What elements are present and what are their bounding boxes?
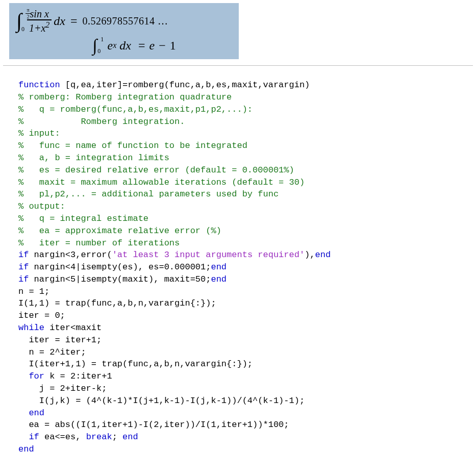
fraction-denominator: 1+x2 [27, 20, 52, 34]
result-value: 0.526978557614 … [83, 16, 168, 26]
code-text: n = 1; [18, 287, 49, 296]
math-box: ∫ π 2 0 sin x 1+x2 dx = 0.526978557614 … [9, 3, 239, 59]
code-text: ; [112, 432, 122, 442]
comment: % ea = approximate relative error (%) [18, 226, 221, 236]
comment: % a, b = integration limits [18, 153, 169, 163]
integral-symbol: ∫ [92, 38, 97, 52]
keyword-end: end [315, 250, 331, 260]
e-rhs: e [149, 39, 155, 52]
comment: % es = desired relative error (default =… [18, 165, 294, 175]
integral-equation-1: ∫ π 2 0 sin x 1+x2 dx = 0.526978557614 … [16, 8, 232, 33]
code-text: ea = abs((I(1,iter+1)-I(2,iter))/I(1,ite… [18, 420, 289, 430]
pi: π [27, 8, 29, 13]
keyword-for: for [18, 371, 49, 381]
x-exponent: x [113, 41, 116, 49]
comment: % Romberg integration. [18, 117, 185, 127]
keyword-if: if [18, 262, 34, 272]
keyword-end: end [122, 432, 138, 442]
one: 1 [170, 39, 176, 52]
comment: % output: [18, 202, 65, 211]
code-text: ), [305, 250, 315, 260]
code-text: I(1,1) = trap(func,a,b,n,varargin{:}); [18, 298, 216, 308]
fraction-numerator: sin x [28, 8, 51, 19]
page: ∫ π 2 0 sin x 1+x2 dx = 0.526978557614 … [0, 3, 476, 452]
keyword-if: if [18, 432, 44, 442]
comment: % romberg: Romberg integration quadratur… [18, 92, 232, 102]
matlab-code-block: function [q,ea,iter]=romberg(func,a,b,es… [3, 65, 473, 452]
code-text: iter<maxit [49, 323, 102, 333]
keyword-if: if [18, 250, 34, 260]
code-text: iter = 0; [18, 311, 65, 320]
integral-upper-limit: 1 [101, 36, 104, 42]
code-text: n = 2^iter; [18, 347, 86, 357]
dx: dx [119, 39, 131, 52]
integral-1: ∫ π 2 0 [16, 13, 22, 29]
comment: % maxit = maximum allowable iterations (… [18, 178, 305, 187]
comment: % input: [18, 129, 60, 138]
code-text: k = 2:iter+1 [49, 371, 112, 381]
comment: % q = integral estimate [18, 214, 148, 223]
code-text: j = 2+iter-k; [18, 384, 107, 393]
code-text: I(iter+1,1) = trap(func,a,b,n,varargin{:… [18, 359, 253, 369]
keyword-end: end [18, 444, 34, 452]
keyword-end: end [211, 262, 227, 272]
keyword-function: function [18, 80, 65, 90]
code-text: nargin<3,error( [34, 250, 112, 260]
comment: % q = romberg(func,a,b,es,maxit,p1,p2,..… [18, 105, 253, 114]
minus: − [159, 39, 166, 52]
code-text: [q,ea,iter]=romberg(func,a,b,es,maxit,va… [65, 80, 310, 90]
integral-lower-limit: 0 [97, 48, 101, 54]
two: 2 [27, 14, 30, 19]
integral-lower-limit: 0 [21, 26, 24, 32]
code-text: nargin<4|isempty(es), es=0.000001; [34, 262, 211, 272]
equals: = [138, 39, 145, 52]
fraction: sin x 1+x2 [27, 8, 52, 33]
keyword-end: end [18, 408, 44, 418]
comment: % func = name of function to be integrat… [18, 141, 247, 150]
code-text: iter = iter+1; [18, 335, 102, 345]
integral-upper-limit: π 2 [26, 8, 31, 19]
dx: dx [54, 15, 65, 27]
comment: % pl,p2,... = additional parameters used… [18, 189, 279, 199]
keyword-while: while [18, 323, 49, 333]
code-text: nargin<5|isempty(maxit), maxit=50; [34, 274, 211, 284]
e: e [108, 39, 113, 52]
integral-equation-2: ∫ 1 0 ex dx = e − 1 [37, 38, 232, 52]
integral-2: ∫ 1 0 [92, 38, 97, 52]
comment: % iter = number of iterations [18, 238, 180, 248]
equals: = [70, 15, 78, 27]
code-text: ea<=es, [44, 432, 86, 442]
keyword-if: if [18, 274, 34, 284]
keyword-end: end [211, 274, 227, 284]
code-text: I(j,k) = (4^(k-1)*I(j+1,k-1)-I(j,k-1))/(… [18, 396, 305, 406]
string-literal: 'at least 3 input arguments required' [112, 250, 305, 260]
keyword-break: break [86, 432, 112, 442]
